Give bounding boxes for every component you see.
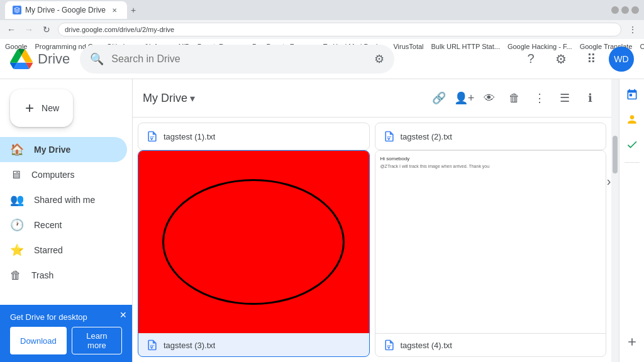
promo-buttons: Download Learn more (10, 327, 122, 354)
file-card-1[interactable]: tagstest (1).txt (138, 123, 370, 150)
delete-toolbar-button[interactable]: 🗑 (503, 87, 526, 109)
tasks-panel-icon[interactable] (622, 134, 642, 155)
sidebar-item-trash[interactable]: 🗑 Trash (0, 263, 127, 288)
sidebar-item-computers-label: Computers (31, 170, 74, 180)
forward-button[interactable]: → (23, 23, 35, 36)
desktop-promo-banner: ✕ Get Drive for desktop Download Learn m… (0, 305, 132, 362)
new-plus-icon: + (25, 99, 34, 117)
new-button[interactable]: + New (10, 89, 73, 127)
search-icon: 🔍 (90, 52, 104, 66)
file-card-3[interactable]: tagstest (3).txt (138, 150, 370, 357)
file-type-icon-4 (383, 339, 396, 351)
list-view-button[interactable]: ☰ (553, 87, 576, 109)
close-button[interactable] (631, 6, 639, 14)
sidebar: + New 🏠 My Drive 🖥 Computers 👥 Shared wi… (0, 79, 132, 362)
extensions-button[interactable]: ⋮ (626, 23, 639, 36)
promo-close-button[interactable]: ✕ (119, 310, 127, 320)
breadcrumb-text: My Drive (143, 92, 187, 105)
sidebar-item-shared-label: Shared with me (34, 195, 95, 205)
right-panel: › (619, 79, 644, 362)
sidebar-item-computers[interactable]: 🖥 Computers (0, 162, 127, 187)
tab-favicon (13, 6, 21, 14)
file-card-2[interactable]: tagstest (2).txt (375, 123, 607, 150)
app-container: Drive 🔍 ⚙ ? ⚙ ⠿ WD + New 🏠 My Drive (0, 39, 644, 362)
shared-icon: 👥 (10, 193, 24, 207)
sidebar-item-starred-label: Starred (34, 245, 63, 255)
contacts-panel-icon[interactable] (622, 109, 642, 129)
file-type-icon-1 (146, 130, 158, 143)
file-name-1: tagstest (1).txt (164, 132, 215, 141)
file-preview-3 (138, 151, 369, 333)
back-button[interactable]: ← (5, 23, 18, 36)
add-panel-button[interactable] (622, 332, 642, 352)
app-header: Drive 🔍 ⚙ ? ⚙ ⠿ WD (0, 39, 644, 79)
panel-divider (625, 162, 640, 163)
browser-tab-active[interactable]: My Drive - Google Drive ✕ (5, 1, 127, 19)
address-text: drive.google.com/drive/u/2/my-drive (65, 26, 174, 33)
sidebar-item-my-drive[interactable]: 🏠 My Drive (0, 137, 127, 162)
starred-icon: ⭐ (10, 243, 24, 257)
info-toolbar-button[interactable]: ℹ (579, 87, 601, 109)
browser-toolbar: ← → ↻ drive.google.com/drive/u/2/my-driv… (0, 20, 644, 39)
promo-learn-more-button[interactable]: Learn more (72, 327, 122, 354)
main-content: My Drive ▾ 🔗 👤+ 👁 🗑 ⋮ ☰ ℹ (132, 79, 611, 362)
search-bar[interactable]: 🔍 ⚙ (80, 45, 394, 74)
file-type-icon-2 (383, 130, 396, 143)
tab-close-button[interactable]: ✕ (109, 5, 119, 15)
file-name-3: tagstest (3).txt (164, 341, 215, 350)
sidebar-item-recent-label: Recent (34, 220, 62, 230)
share-toolbar-button[interactable]: 👤+ (453, 87, 475, 109)
sidebar-item-shared[interactable]: 👥 Shared with me (0, 187, 127, 212)
search-input[interactable] (111, 53, 367, 65)
chevron-right-nav[interactable]: › (599, 79, 619, 362)
trash-icon: 🗑 (10, 269, 21, 282)
content-toolbar: 🔗 👤+ 👁 🗑 ⋮ ☰ ℹ (428, 87, 601, 109)
new-tab-button[interactable]: + (127, 4, 140, 16)
file-type-icon-3 (146, 339, 158, 351)
maximize-button[interactable] (621, 6, 629, 14)
drive-logo-text: Drive (38, 51, 70, 67)
sidebar-item-my-drive-label: My Drive (34, 145, 70, 155)
tune-icon[interactable]: ⚙ (374, 52, 384, 66)
preview-toolbar-button[interactable]: 👁 (478, 87, 501, 109)
file-card-4[interactable]: Hi somebody @ZTrack I will track this im… (375, 150, 607, 357)
sidebar-item-starred[interactable]: ⭐ Starred (0, 238, 127, 263)
drive-logo: Drive (10, 48, 70, 70)
file-name-2: tagstest (2).txt (401, 132, 452, 141)
settings-button[interactable]: ⚙ (548, 47, 574, 72)
promo-download-button[interactable]: Download (10, 327, 67, 354)
breadcrumb: My Drive ▾ (143, 92, 195, 105)
file-card-footer-4: tagstest (4).txt (375, 333, 606, 356)
breadcrumb-arrow-icon: ▾ (190, 92, 195, 104)
computers-icon: 🖥 (10, 168, 21, 182)
refresh-button[interactable]: ↻ (40, 23, 53, 36)
app-body: + New 🏠 My Drive 🖥 Computers 👥 Shared wi… (0, 79, 644, 362)
file-text-preview-4: Hi somebody @ZTrack I will track this im… (375, 151, 606, 333)
calendar-panel-icon[interactable] (622, 84, 642, 104)
sidebar-item-trash-label: Trash (31, 270, 53, 280)
files-top-row: tagstest (1).txt tagstest (2).txt (133, 118, 611, 150)
file-name-4: tagstest (4).txt (401, 341, 452, 350)
file-card-footer-3: tagstest (3).txt (138, 333, 369, 356)
drive-logo-icon (10, 48, 33, 70)
file-preview-4: Hi somebody @ZTrack I will track this im… (375, 151, 606, 333)
help-button[interactable]: ? (518, 47, 543, 72)
sidebar-item-recent[interactable]: 🕐 Recent (0, 212, 127, 238)
new-button-label: New (42, 103, 59, 113)
browser-tab-bar: My Drive - Google Drive ✕ + (0, 0, 644, 20)
file-preview-red-bg (138, 151, 369, 333)
my-drive-icon: 🏠 (10, 143, 24, 156)
recent-icon: 🕐 (10, 218, 24, 232)
content-header: My Drive ▾ 🔗 👤+ 👁 🗑 ⋮ ☰ ℹ (133, 79, 611, 118)
link-toolbar-button[interactable]: 🔗 (428, 87, 450, 109)
more-toolbar-button[interactable]: ⋮ (528, 87, 551, 109)
promo-title: Get Drive for desktop (10, 312, 122, 322)
tab-title: My Drive - Google Drive (25, 6, 106, 14)
address-bar[interactable]: drive.google.com/drive/u/2/my-drive (58, 23, 621, 36)
